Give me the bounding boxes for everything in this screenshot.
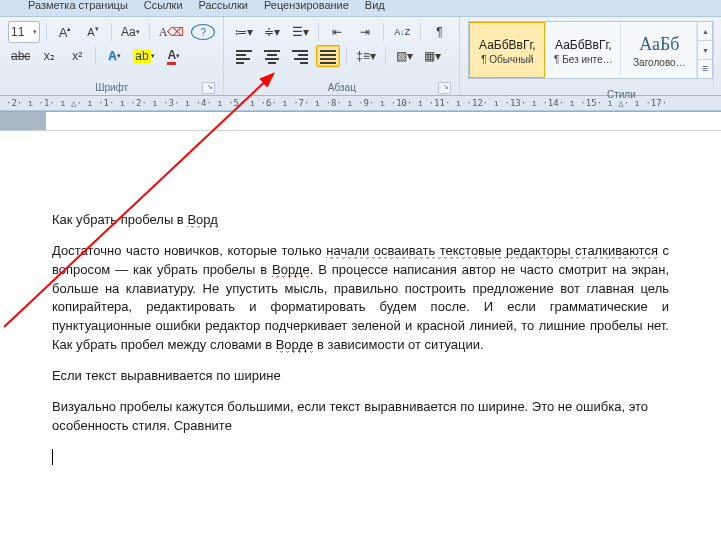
- page-top-edge: [0, 111, 721, 131]
- bullets-button[interactable]: ≔▾: [232, 21, 256, 43]
- borders-button[interactable]: ▦▾: [420, 45, 444, 67]
- doc-paragraph-3: Визуально пробелы кажутся большими, если…: [52, 398, 669, 436]
- style-normal[interactable]: АаБбВвГг, ¶ Обычный: [469, 22, 545, 78]
- shading-button[interactable]: ▧▾: [392, 45, 416, 67]
- highlight-color-button[interactable]: ab▾: [130, 45, 157, 67]
- align-right-button[interactable]: [288, 45, 312, 67]
- shrink-font-button[interactable]: A▾: [81, 21, 105, 43]
- group-styles-label: Стили: [607, 89, 636, 100]
- font-color-button[interactable]: A▾: [162, 45, 186, 67]
- align-justify-button[interactable]: [316, 45, 340, 67]
- align-left-button[interactable]: [232, 45, 256, 67]
- paragraph-dialog-launcher[interactable]: ↘: [438, 82, 451, 94]
- style-caption: ¶ Обычный: [481, 54, 533, 65]
- style-caption: ¶ Без инте…: [554, 54, 613, 65]
- separator: [383, 23, 384, 41]
- numbering-button[interactable]: ≑▾: [260, 21, 284, 43]
- separator: [385, 47, 386, 65]
- style-preview: АаБбВвГг,: [479, 38, 536, 52]
- group-paragraph-label: Абзац: [328, 82, 356, 93]
- page[interactable]: Как убрать пробелы в Ворд Достаточно час…: [0, 131, 721, 533]
- scroll-more-icon[interactable]: ☰: [698, 60, 712, 78]
- text-effects-button[interactable]: A▾: [102, 45, 126, 67]
- line-spacing-button[interactable]: ‡≡▾: [353, 45, 379, 67]
- styles-gallery-scroll[interactable]: ▲ ▼ ☰: [697, 22, 712, 78]
- tab-view[interactable]: Вид: [365, 0, 385, 14]
- align-center-button[interactable]: [260, 45, 284, 67]
- separator: [149, 23, 150, 41]
- strikethrough-button[interactable]: abc: [8, 45, 33, 67]
- separator: [420, 23, 421, 41]
- separator: [95, 47, 96, 65]
- doc-paragraph-2: Если текст выравнивается по ширине: [52, 367, 669, 386]
- style-preview: АаБб: [639, 34, 679, 55]
- subscript-button[interactable]: x₂: [37, 45, 61, 67]
- change-styles-button[interactable]: A Изменить стили ▾: [713, 21, 721, 87]
- styles-gallery: АаБбВвГг, ¶ Обычный АаБбВвГг, ¶ Без инте…: [468, 21, 713, 79]
- doc-title: Как убрать пробелы в Ворд: [52, 211, 669, 230]
- scroll-down-icon[interactable]: ▼: [698, 41, 712, 60]
- help-icon[interactable]: ?: [191, 24, 215, 40]
- doc-paragraph-1: Достаточно часто новичков, которые тольк…: [52, 242, 669, 355]
- separator: [46, 23, 47, 41]
- document-area: Как убрать пробелы в Ворд Достаточно час…: [0, 131, 721, 533]
- doc-empty-line: [52, 447, 669, 466]
- group-font: 11 ▾ A▴ A▾ Aa▾ A⌫ ? abc x₂ x² A▾ ab▾ A▾: [0, 17, 224, 95]
- tab-mailings[interactable]: Рассылки: [199, 0, 248, 14]
- style-heading1[interactable]: АаБб Заголово…: [621, 22, 697, 78]
- sort-button[interactable]: A↓Z: [390, 21, 414, 43]
- clear-format-button[interactable]: A⌫: [156, 21, 188, 43]
- font-size-combo[interactable]: 11 ▾: [8, 21, 40, 43]
- style-no-spacing[interactable]: АаБбВвГг, ¶ Без инте…: [545, 22, 621, 78]
- style-preview: АаБбВвГг,: [555, 38, 612, 52]
- tab-references[interactable]: Ссылки: [144, 0, 183, 14]
- ribbon-tabstrip: Разметка страницы Ссылки Рассылки Реценз…: [0, 0, 721, 17]
- increase-indent-button[interactable]: ⇥: [353, 21, 377, 43]
- grow-font-button[interactable]: A▴: [53, 21, 77, 43]
- text-cursor-icon: [52, 449, 53, 465]
- separator: [346, 47, 347, 65]
- separator: [318, 23, 319, 41]
- show-marks-button[interactable]: ¶: [427, 21, 451, 43]
- superscript-button[interactable]: x²: [65, 45, 89, 67]
- decrease-indent-button[interactable]: ⇤: [325, 21, 349, 43]
- ribbon: 11 ▾ A▴ A▾ Aa▾ A⌫ ? abc x₂ x² A▾ ab▾ A▾: [0, 17, 721, 96]
- font-dialog-launcher[interactable]: ↘: [202, 82, 215, 94]
- group-styles: АаБбВвГг, ¶ Обычный АаБбВвГг, ¶ Без инте…: [460, 17, 721, 95]
- separator: [111, 23, 112, 41]
- group-paragraph: ≔▾ ≑▾ ☰▾ ⇤ ⇥ A↓Z ¶ ‡≡▾ ▧▾ ▦▾: [224, 17, 460, 95]
- tab-page-layout[interactable]: Разметка страницы: [28, 0, 128, 14]
- change-case-button[interactable]: Aa▾: [118, 21, 143, 43]
- scroll-up-icon[interactable]: ▲: [698, 22, 712, 41]
- multilevel-button[interactable]: ☰▾: [288, 21, 312, 43]
- tab-review[interactable]: Рецензирование: [264, 0, 349, 14]
- style-caption: Заголово…: [633, 57, 686, 68]
- group-font-label: Шрифт: [95, 82, 128, 93]
- caret-down-icon: ▾: [31, 28, 37, 36]
- font-size-value: 11: [11, 25, 24, 39]
